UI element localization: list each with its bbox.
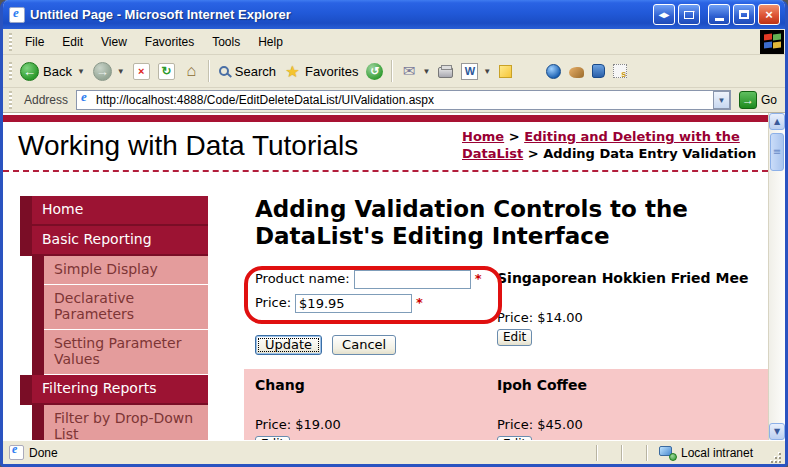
history-button[interactable]: ↺ xyxy=(362,61,387,82)
menubar-grip[interactable] xyxy=(9,33,12,51)
price-input[interactable] xyxy=(295,294,412,313)
ie-page-icon xyxy=(9,445,24,460)
address-input[interactable] xyxy=(93,93,713,107)
go-button[interactable]: → Go xyxy=(735,91,781,109)
breadcrumb-current: Adding Data Entry Validation xyxy=(543,146,756,161)
price-label: Price: xyxy=(255,295,291,310)
required-marker: * xyxy=(475,271,482,286)
toolbar-separator xyxy=(391,60,392,82)
discuss-button[interactable] xyxy=(495,63,516,80)
minimize-button[interactable] xyxy=(708,4,730,25)
print-button[interactable] xyxy=(434,62,457,80)
breadcrumb: Home > Editing and Deleting with the Dat… xyxy=(462,127,758,163)
sidebar-item-label: Filtering Reports xyxy=(32,375,208,405)
sidebar-item-simple-display[interactable]: Simple Display xyxy=(32,256,208,285)
refresh-button[interactable]: ↻ xyxy=(154,61,179,82)
sidebar-item-filtering-reports[interactable]: Filtering Reports xyxy=(20,375,208,405)
print-icon xyxy=(438,67,453,78)
sidebar-item-basic-reporting[interactable]: Basic Reporting xyxy=(20,226,208,256)
scroll-down-button[interactable]: ▼ xyxy=(769,423,785,440)
close-icon: × xyxy=(765,7,773,22)
forward-icon: → xyxy=(93,62,112,81)
address-dropdown-button[interactable]: ▼ xyxy=(713,91,730,109)
windows-logo-icon xyxy=(760,30,784,54)
search-icon xyxy=(219,66,229,76)
breadcrumb-home-link[interactable]: Home xyxy=(462,129,504,144)
cancel-button[interactable]: Cancel xyxy=(332,335,396,355)
menu-favorites[interactable]: Favorites xyxy=(136,31,203,53)
favorites-label: Favorites xyxy=(305,64,358,79)
mail-dropdown-icon[interactable]: ▼ xyxy=(422,67,430,76)
favorites-button[interactable]: ★ Favorites xyxy=(280,61,362,82)
sidebar-rail xyxy=(32,330,44,375)
menu-tools[interactable]: Tools xyxy=(203,31,249,53)
update-button[interactable]: Update xyxy=(255,335,322,355)
sidebar-item-label: Basic Reporting xyxy=(32,226,208,256)
menu-view[interactable]: View xyxy=(92,31,136,53)
sidebar-rail xyxy=(32,405,44,440)
window-popout-button[interactable] xyxy=(678,4,700,25)
product-name-label: Product name: xyxy=(255,271,350,286)
browser-window: Untitled Page - Microsoft Internet Explo… xyxy=(0,0,788,467)
scrollbar-thumb[interactable] xyxy=(770,133,784,171)
scroll-down-icon: ▼ xyxy=(774,427,780,436)
menu-edit[interactable]: Edit xyxy=(53,31,92,53)
edit-dropdown-icon[interactable]: ▼ xyxy=(483,67,491,76)
sidebar-item-setting-parameter-values[interactable]: Setting Parameter Values xyxy=(32,330,208,375)
breadcrumb-separator: > xyxy=(504,129,524,144)
forward-dropdown-icon[interactable]: ▼ xyxy=(117,67,125,76)
research-button[interactable] xyxy=(565,62,588,80)
search-button[interactable]: Search xyxy=(213,62,280,81)
scroll-up-icon: ▲ xyxy=(774,117,780,126)
snippet-tool-button[interactable] xyxy=(609,62,631,80)
toolbar-separator xyxy=(208,60,209,82)
minimize-icon xyxy=(715,18,724,21)
maximize-button[interactable] xyxy=(733,4,755,25)
home-button[interactable]: ⌂ xyxy=(179,61,204,82)
close-button[interactable]: × xyxy=(758,4,780,25)
messenger-button[interactable] xyxy=(542,62,565,81)
mail-button[interactable]: ✉ ▼ xyxy=(396,61,434,82)
resize-grip[interactable] xyxy=(769,451,782,464)
history-icon: ↺ xyxy=(366,63,383,80)
scroll-up-button[interactable]: ▲ xyxy=(769,113,785,130)
sidebar-item-filter-by-dropdown-list[interactable]: Filter by Drop-Down List xyxy=(32,405,208,440)
edit-button[interactable]: Edit xyxy=(497,329,532,346)
ie-page-icon xyxy=(9,7,25,23)
product-price: Price: $45.00 xyxy=(497,417,768,432)
sidebar-item-declarative-parameters[interactable]: Declarative Parameters xyxy=(32,285,208,330)
product-name: Ipoh Coffee xyxy=(497,377,768,393)
reference-button[interactable] xyxy=(588,62,609,80)
maximize-icon xyxy=(739,10,749,19)
back-dropdown-icon[interactable]: ▼ xyxy=(77,67,85,76)
edit-form-cell: Product name:* Price:* Update Cancel xyxy=(255,270,497,355)
edit-button[interactable]: Edit xyxy=(497,436,532,440)
edit-with-word-button[interactable]: W ▼ xyxy=(457,61,495,82)
browser-viewport: Working with Data Tutorials Home > Editi… xyxy=(3,113,785,440)
forward-button[interactable]: → ▼ xyxy=(89,60,129,83)
ie-page-icon xyxy=(79,93,93,107)
toolbar-grip[interactable] xyxy=(9,62,12,80)
back-button[interactable]: ← Back ▼ xyxy=(16,60,89,83)
home-icon: ⌂ xyxy=(183,63,200,80)
datalist-row-1: Product name:* Price:* Update Cancel xyxy=(255,270,768,355)
menu-help[interactable]: Help xyxy=(249,31,292,53)
menu-file[interactable]: File xyxy=(16,31,53,53)
chevron-down-icon: ▼ xyxy=(718,96,726,105)
window-split-button[interactable]: ◂▸ xyxy=(653,4,675,25)
vertical-scrollbar[interactable]: ▲ ▼ xyxy=(768,113,785,440)
addressbar-grip[interactable] xyxy=(9,91,12,109)
sidebar-item-home[interactable]: Home xyxy=(20,196,208,226)
product-cell: Singaporean Hokkien Fried Mee Price: $14… xyxy=(497,270,768,355)
edit-button[interactable]: Edit xyxy=(255,436,290,440)
split-icon: ◂▸ xyxy=(659,9,669,20)
search-label: Search xyxy=(235,64,276,79)
local-intranet-icon xyxy=(659,446,675,459)
sidebar-item-label: Home xyxy=(32,196,208,226)
product-name-input[interactable] xyxy=(354,270,471,289)
stop-button[interactable]: × xyxy=(129,61,154,82)
back-label: Back xyxy=(43,64,72,79)
sidebar-item-label: Filter by Drop-Down List xyxy=(44,405,208,440)
back-icon: ← xyxy=(20,62,39,81)
product-cell: Chang Price: $19.00 Edit xyxy=(255,377,497,440)
